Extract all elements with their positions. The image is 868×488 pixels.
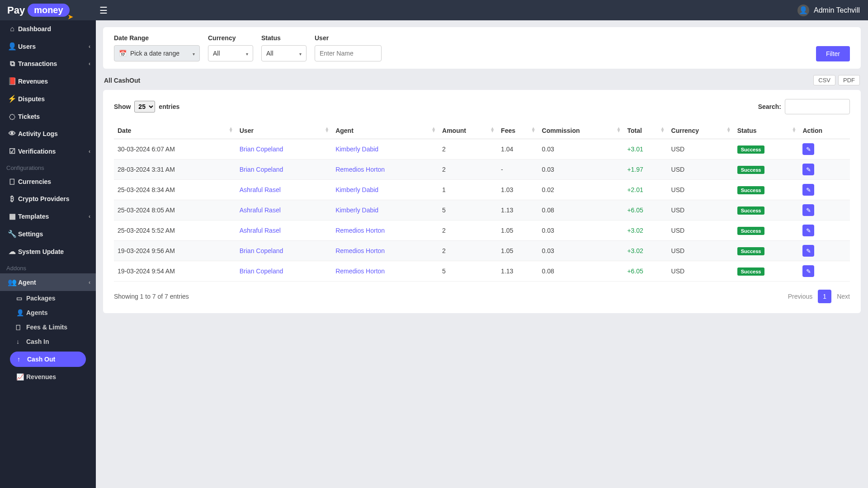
sidebar-item-currencies[interactable]: ⎕Currencies xyxy=(0,173,96,190)
cell-commission: 0.08 xyxy=(538,200,624,221)
cell-agent-link[interactable]: Remedios Horton xyxy=(335,166,385,173)
col-action[interactable]: Action xyxy=(799,122,850,139)
currencies-icon: ⎕ xyxy=(6,178,18,186)
cell-commission: 0.08 xyxy=(538,261,624,282)
search-input[interactable] xyxy=(785,99,850,114)
users-icon: 👤 xyxy=(6,42,18,51)
edit-button[interactable]: ✎ xyxy=(802,225,814,236)
topbar-user[interactable]: 👤 Admin Techvill xyxy=(797,5,868,16)
cell-user-link[interactable]: Ashraful Rasel xyxy=(240,186,281,193)
cell-user-link[interactable]: Brian Copeland xyxy=(240,267,283,275)
sidebar-item-disputes[interactable]: ⚡Disputes xyxy=(0,90,96,108)
transactions-icon: ⧉ xyxy=(6,60,18,68)
filter-button[interactable]: Filter xyxy=(816,46,850,61)
user-input-wrap xyxy=(315,45,382,61)
cell-commission: 0.02 xyxy=(538,180,624,200)
sidebar-sub-agents[interactable]: 👤Agents xyxy=(0,305,96,319)
sidebar-item-system-update[interactable]: ☁System Update xyxy=(0,243,96,260)
chevron-down-icon xyxy=(299,50,302,57)
cell-agent-link[interactable]: Remedios Horton xyxy=(335,247,385,254)
cell-currency: USD xyxy=(668,200,734,221)
hamburger-icon[interactable]: ☰ xyxy=(99,5,108,16)
next-button[interactable]: Next xyxy=(837,293,850,300)
cell-date: 25-03-2024 8:05 AM xyxy=(114,200,236,221)
pagination: Previous 1 Next xyxy=(788,290,850,303)
export-csv-button[interactable]: CSV xyxy=(813,75,835,85)
export-pdf-button[interactable]: PDF xyxy=(838,75,860,85)
col-status[interactable]: Status▲▼ xyxy=(734,122,799,139)
show-label: Show xyxy=(114,103,131,110)
cell-total: +1.97 xyxy=(627,166,643,173)
filter-date-range: Date Range 📅 Pick a date range xyxy=(114,34,200,61)
sidebar-item-templates[interactable]: ▦Templates‹ xyxy=(0,207,96,225)
sidebar-item-agent[interactable]: 👥Agent‹ xyxy=(0,273,96,291)
col-commission[interactable]: Commission▲▼ xyxy=(538,122,624,139)
cell-user-link[interactable]: Brian Copeland xyxy=(240,166,283,173)
sidebar-item-transactions[interactable]: ⧉Transactions‹ xyxy=(0,55,96,72)
entries-select[interactable]: 25 xyxy=(134,101,155,113)
sort-icon: ▲▼ xyxy=(726,127,731,132)
edit-button[interactable]: ✎ xyxy=(802,265,814,277)
sidebar-item-label: Dashboard xyxy=(18,25,51,33)
sidebar-item-users[interactable]: 👤Users‹ xyxy=(0,38,96,55)
col-amount[interactable]: Amount▲▼ xyxy=(439,122,497,139)
status-select[interactable]: All xyxy=(261,45,307,61)
cell-date: 25-03-2024 5:52 AM xyxy=(114,221,236,241)
edit-button[interactable]: ✎ xyxy=(802,245,814,257)
cell-date: 19-03-2024 9:56 AM xyxy=(114,241,236,261)
cell-user-link[interactable]: Ashraful Rasel xyxy=(240,227,281,234)
col-fees[interactable]: Fees▲▼ xyxy=(497,122,538,139)
cell-user-link[interactable]: Brian Copeland xyxy=(240,145,283,153)
sidebar-item-dashboard[interactable]: ⌂Dashboard xyxy=(0,20,96,38)
revenues-icon: 📕 xyxy=(6,77,18,85)
date-range-picker[interactable]: 📅 Pick a date range xyxy=(114,45,200,61)
status-value: All xyxy=(266,50,274,57)
chevron-left-icon: ‹ xyxy=(89,148,90,155)
logo-pay-text: Pay xyxy=(7,5,25,16)
table-row: 19-03-2024 9:56 AM Brian Copeland Remedi… xyxy=(114,241,850,261)
chevron-left-icon: ‹ xyxy=(89,279,90,286)
col-currency[interactable]: Currency▲▼ xyxy=(668,122,734,139)
sort-icon: ▲▼ xyxy=(617,127,621,132)
edit-button[interactable]: ✎ xyxy=(802,204,814,216)
sidebar-item-label: Templates xyxy=(18,213,49,220)
col-date[interactable]: Date▲▼ xyxy=(114,122,236,139)
cell-user-link[interactable]: Brian Copeland xyxy=(240,247,283,254)
cell-agent-link[interactable]: Kimberly Dabid xyxy=(335,145,378,153)
sidebar-item-revenues[interactable]: 📕Revenues xyxy=(0,72,96,90)
col-user[interactable]: User▲▼ xyxy=(236,122,332,139)
edit-button[interactable]: ✎ xyxy=(802,164,814,175)
page-1[interactable]: 1 xyxy=(818,290,831,303)
status-badge: Success xyxy=(737,186,765,194)
search-box: Search: xyxy=(758,99,850,114)
col-total[interactable]: Total▲▼ xyxy=(623,122,667,139)
edit-button[interactable]: ✎ xyxy=(802,143,814,155)
cell-amount: 5 xyxy=(439,200,497,221)
sidebar-item-verifications[interactable]: ☑Verifications‹ xyxy=(0,142,96,160)
sidebar-item-crypto-providers[interactable]: ₿Crypto Providers xyxy=(0,190,96,207)
status-badge: Success xyxy=(737,247,765,255)
cell-amount: 2 xyxy=(439,241,497,261)
prev-button[interactable]: Previous xyxy=(788,293,812,300)
cell-agent-link[interactable]: Remedios Horton xyxy=(335,267,385,275)
filter-currency: Currency All xyxy=(208,34,253,61)
currency-select[interactable]: All xyxy=(208,45,253,61)
cell-commission: 0.03 xyxy=(538,221,624,241)
cell-agent-link[interactable]: Remedios Horton xyxy=(335,227,385,234)
user-input[interactable] xyxy=(320,50,377,57)
cell-user-link[interactable]: Ashraful Rasel xyxy=(240,206,281,214)
main-content: Date Range 📅 Pick a date range Currency … xyxy=(96,0,868,319)
avatar: 👤 xyxy=(797,5,809,16)
cell-commission: 0.03 xyxy=(538,139,624,160)
sidebar-item-tickets[interactable]: ◌Tickets xyxy=(0,108,96,125)
sidebar-item-activity-logs[interactable]: 👁Activity Logs xyxy=(0,125,96,142)
filter-user: User xyxy=(315,34,382,61)
col-agent[interactable]: Agent▲▼ xyxy=(332,122,439,139)
topbar: Pay money➤ ☰ 👤 Admin Techvill xyxy=(0,0,868,20)
edit-button[interactable]: ✎ xyxy=(802,184,814,196)
sidebar-sub-packages[interactable]: ▭Packages xyxy=(0,291,96,305)
cell-agent-link[interactable]: Kimberly Dabid xyxy=(335,206,378,214)
cell-agent-link[interactable]: Kimberly Dabid xyxy=(335,186,378,193)
sidebar-item-settings[interactable]: 🔧Settings xyxy=(0,225,96,243)
logo[interactable]: Pay money➤ xyxy=(0,0,96,20)
